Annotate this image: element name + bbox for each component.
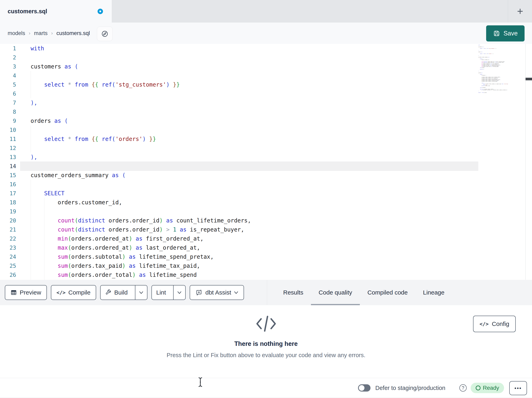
code-line[interactable]: 16 [0,180,478,189]
line-number[interactable]: 8 [0,107,16,116]
code-line[interactable]: 26 sum(orders.order_total) as lifetime_s… [0,270,478,280]
line-number[interactable]: 15 [0,171,16,180]
tab-lineage-label: Lineage [423,289,444,296]
code-token: ) [122,254,126,260]
help-icon[interactable]: ? [459,384,467,391]
line-number[interactable]: 17 [0,189,16,198]
code-line[interactable]: 18 orders.customer_id, [0,198,478,207]
code-token: distinct [78,217,105,224]
tab-results[interactable]: Results [276,280,311,305]
line-number[interactable]: 12 [0,144,16,153]
code-token: 'stg_customers' [115,81,166,88]
code-token: { [92,136,95,142]
line-number[interactable]: 19 [0,207,16,216]
code-line[interactable]: 22 min(orders.ordered_at) as first_order… [0,234,478,243]
line-number[interactable]: 14 [0,162,16,171]
line-number[interactable]: 7 [0,98,16,107]
code-line[interactable]: 4 [0,71,478,80]
breadcrumb-marts[interactable]: marts [34,30,48,36]
build-button[interactable]: Build [101,286,132,300]
code-line[interactable]: 17 SELECT [0,189,478,198]
code-token: 1 [173,226,176,233]
line-number[interactable]: 21 [0,225,16,234]
code-line[interactable]: 2 [0,53,478,62]
code-token: as [64,63,75,70]
preview-button[interactable]: Preview [5,285,47,300]
line-number[interactable]: 9 [0,116,16,125]
breadcrumb-row: models › marts › customers.sql Save [0,23,532,44]
tab-customers-sql[interactable]: customers.sql [0,0,112,23]
code-line[interactable]: 13), [0,153,478,162]
code-content: with [20,44,478,53]
line-number[interactable]: 13 [0,153,16,162]
new-tab-button[interactable]: + [513,4,528,18]
defer-toggle[interactable] [358,384,370,391]
minimap[interactable]: withcustomers as ( select * from {{ ref(… [478,45,510,93]
tab-code-quality[interactable]: Code quality [311,280,360,305]
more-options-button[interactable]: ••• [509,381,527,395]
minimap-token: end as [478,85,485,86]
line-number[interactable]: 16 [0,180,16,189]
code-line[interactable]: 19 [0,207,478,216]
minimap-token: 'orders' [488,53,492,54]
empty-state-subtitle: Press the Lint or Fix button above to ev… [166,352,365,359]
code-token: as [163,217,176,224]
code-line[interactable]: 11 select * from {{ ref('orders') }} [0,135,478,144]
code-line[interactable]: 7), [0,98,478,107]
code-token: lifetime_spend [149,272,197,278]
line-number[interactable]: 2 [0,53,16,62]
scrollbar-indicator[interactable] [526,78,532,80]
status-circle-icon [476,385,481,390]
lint-dropdown-button[interactable] [173,286,185,300]
code-content [20,144,478,153]
line-number[interactable]: 5 [0,80,16,89]
code-editor[interactable]: 1with23customers as (45 select * from {{… [0,44,532,280]
code-line[interactable]: 3customers as ( [0,62,478,71]
code-line[interactable]: 20 count(distinct orders.order_id) as co… [0,216,478,225]
code-content: customer_orders_summary as ( [20,171,478,180]
line-number[interactable]: 4 [0,71,16,80]
line-number[interactable]: 10 [0,125,16,135]
code-line[interactable]: 12 [0,144,478,153]
compile-button[interactable]: </> Compile [51,285,96,300]
code-line[interactable]: 1with [0,44,478,53]
code-line[interactable]: 10 [0,125,478,135]
code-line[interactable]: 8 [0,107,478,116]
code-token: ( [75,226,78,233]
line-number[interactable]: 22 [0,234,16,243]
build-dropdown-button[interactable] [135,286,147,300]
breadcrumb-models[interactable]: models [8,30,25,36]
line-number[interactable]: 20 [0,216,16,225]
code-line[interactable]: 25 sum(orders.tax_paid) as lifetime_tax_… [0,261,478,270]
code-token: ) [166,81,173,88]
tab-compiled-code[interactable]: Compiled code [360,280,415,305]
tab-lineage[interactable]: Lineage [415,280,452,305]
code-line[interactable]: 14 [0,162,478,171]
line-number[interactable]: 26 [0,270,16,280]
line-number[interactable]: 3 [0,62,16,71]
code-token: ), [31,99,38,106]
line-number[interactable]: 24 [0,252,16,261]
explore-lineage-button[interactable] [97,26,113,41]
line-number[interactable]: 23 [0,243,16,252]
ready-status-badge[interactable]: Ready [471,383,504,393]
code-line[interactable]: 24 sum(orders.subtotal) as lifetime_spen… [0,252,478,261]
code-line[interactable]: 21 count(distinct orders.order_id) > 1 a… [0,225,478,234]
code-line[interactable]: 9orders as ( [0,116,478,125]
code-content: count(distinct orders.order_id) as count… [20,216,478,225]
line-number[interactable]: 25 [0,261,16,270]
minimap-token: 1 [484,69,484,70]
code-token: ( [75,63,78,70]
config-button[interactable]: </> Config [473,316,516,332]
line-number[interactable]: 18 [0,198,16,207]
code-line[interactable]: 15customer_orders_summary as ( [0,171,478,180]
line-number[interactable]: 6 [0,89,16,98]
code-line[interactable]: 6 [0,89,478,98]
code-line[interactable]: 5 select * from {{ ref('stg_customers') … [0,80,478,89]
code-line[interactable]: 23 max(orders.ordered_at) as last_ordere… [0,243,478,252]
lint-button[interactable]: Lint [152,286,170,300]
save-button[interactable]: Save [486,25,525,41]
line-number[interactable]: 1 [0,44,16,53]
line-number[interactable]: 11 [0,135,16,144]
dbt-assist-button[interactable]: dbt Assist [190,285,244,300]
